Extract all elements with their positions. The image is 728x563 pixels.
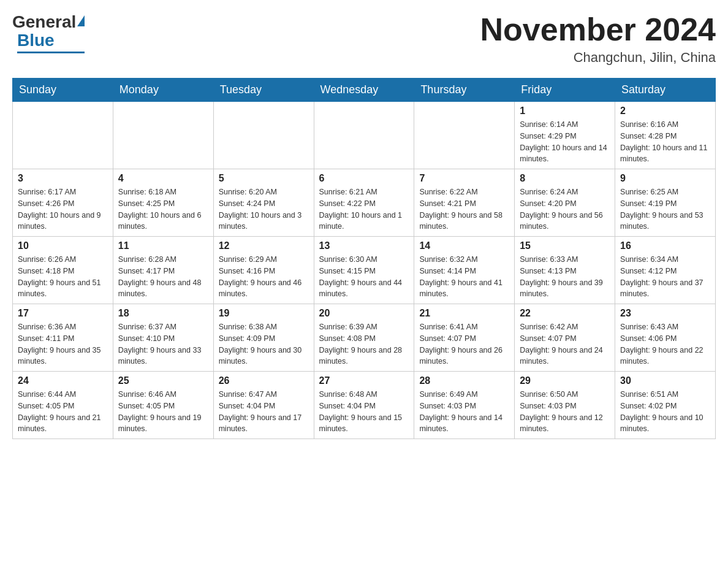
day-number: 16 xyxy=(620,240,710,251)
day-number: 17 xyxy=(18,308,108,319)
day-number: 6 xyxy=(319,173,409,184)
calendar-cell: 27Sunrise: 6:48 AMSunset: 4:04 PMDayligh… xyxy=(314,372,414,439)
day-info: Sunrise: 6:46 AMSunset: 4:05 PMDaylight:… xyxy=(118,389,208,435)
day-info: Sunrise: 6:16 AMSunset: 4:28 PMDaylight:… xyxy=(620,119,710,165)
calendar-cell: 9Sunrise: 6:25 AMSunset: 4:19 PMDaylight… xyxy=(615,169,716,237)
day-info: Sunrise: 6:26 AMSunset: 4:18 PMDaylight:… xyxy=(18,254,108,300)
calendar-cell: 14Sunrise: 6:32 AMSunset: 4:14 PMDayligh… xyxy=(414,237,515,304)
day-number: 9 xyxy=(620,173,710,184)
day-info: Sunrise: 6:51 AMSunset: 4:02 PMDaylight:… xyxy=(620,389,710,435)
calendar-cell xyxy=(414,102,515,169)
logo-general-text: General xyxy=(12,12,76,32)
day-info: Sunrise: 6:41 AMSunset: 4:07 PMDaylight:… xyxy=(419,321,509,367)
week-row-3: 10Sunrise: 6:26 AMSunset: 4:18 PMDayligh… xyxy=(13,237,716,304)
day-info: Sunrise: 6:39 AMSunset: 4:08 PMDaylight:… xyxy=(319,321,409,367)
calendar-cell: 19Sunrise: 6:38 AMSunset: 4:09 PMDayligh… xyxy=(213,304,314,372)
day-number: 5 xyxy=(219,173,309,184)
logo-triangle-icon xyxy=(77,15,85,26)
calendar-cell: 28Sunrise: 6:49 AMSunset: 4:03 PMDayligh… xyxy=(414,372,515,439)
day-info: Sunrise: 6:32 AMSunset: 4:14 PMDaylight:… xyxy=(419,254,509,300)
day-info: Sunrise: 6:21 AMSunset: 4:22 PMDaylight:… xyxy=(319,186,409,232)
calendar-cell xyxy=(13,102,113,169)
day-number: 14 xyxy=(419,240,509,251)
calendar-cell: 4Sunrise: 6:18 AMSunset: 4:25 PMDaylight… xyxy=(113,169,213,237)
day-number: 27 xyxy=(319,375,409,386)
day-number: 3 xyxy=(18,173,108,184)
day-number: 7 xyxy=(419,173,509,184)
day-number: 24 xyxy=(18,375,108,386)
calendar-cell: 26Sunrise: 6:47 AMSunset: 4:04 PMDayligh… xyxy=(213,372,314,439)
day-info: Sunrise: 6:38 AMSunset: 4:09 PMDaylight:… xyxy=(219,321,309,367)
day-number: 1 xyxy=(520,105,610,117)
calendar-cell: 16Sunrise: 6:34 AMSunset: 4:12 PMDayligh… xyxy=(615,237,716,304)
calendar-cell: 24Sunrise: 6:44 AMSunset: 4:05 PMDayligh… xyxy=(13,372,113,439)
day-info: Sunrise: 6:14 AMSunset: 4:29 PMDaylight:… xyxy=(520,119,610,165)
weekday-header-wednesday: Wednesday xyxy=(314,79,414,102)
weekday-header-monday: Monday xyxy=(113,79,213,102)
day-info: Sunrise: 6:47 AMSunset: 4:04 PMDaylight:… xyxy=(219,389,309,435)
calendar-cell: 18Sunrise: 6:37 AMSunset: 4:10 PMDayligh… xyxy=(113,304,213,372)
calendar-table: SundayMondayTuesdayWednesdayThursdayFrid… xyxy=(12,78,716,439)
day-number: 12 xyxy=(219,240,309,251)
calendar-cell xyxy=(213,102,314,169)
day-info: Sunrise: 6:22 AMSunset: 4:21 PMDaylight:… xyxy=(419,186,509,232)
calendar-cell xyxy=(314,102,414,169)
page-header: General Blue November 2024 Changchun, Ji… xyxy=(12,12,716,66)
weekday-header-sunday: Sunday xyxy=(13,79,113,102)
calendar-cell: 25Sunrise: 6:46 AMSunset: 4:05 PMDayligh… xyxy=(113,372,213,439)
day-info: Sunrise: 6:30 AMSunset: 4:15 PMDaylight:… xyxy=(319,254,409,300)
day-number: 11 xyxy=(118,240,208,251)
calendar-cell: 8Sunrise: 6:24 AMSunset: 4:20 PMDaylight… xyxy=(515,169,615,237)
day-number: 19 xyxy=(219,308,309,319)
day-number: 21 xyxy=(419,308,509,319)
day-number: 26 xyxy=(219,375,309,386)
calendar-cell: 11Sunrise: 6:28 AMSunset: 4:17 PMDayligh… xyxy=(113,237,213,304)
day-info: Sunrise: 6:33 AMSunset: 4:13 PMDaylight:… xyxy=(520,254,610,300)
day-number: 28 xyxy=(419,375,509,386)
calendar-cell: 2Sunrise: 6:16 AMSunset: 4:28 PMDaylight… xyxy=(615,102,716,169)
weekday-header-row: SundayMondayTuesdayWednesdayThursdayFrid… xyxy=(13,79,716,102)
day-number: 20 xyxy=(319,308,409,319)
calendar-cell: 3Sunrise: 6:17 AMSunset: 4:26 PMDaylight… xyxy=(13,169,113,237)
weekday-header-tuesday: Tuesday xyxy=(213,79,314,102)
day-info: Sunrise: 6:42 AMSunset: 4:07 PMDaylight:… xyxy=(520,321,610,367)
week-row-2: 3Sunrise: 6:17 AMSunset: 4:26 PMDaylight… xyxy=(13,169,716,237)
calendar-cell: 15Sunrise: 6:33 AMSunset: 4:13 PMDayligh… xyxy=(515,237,615,304)
calendar-cell: 7Sunrise: 6:22 AMSunset: 4:21 PMDaylight… xyxy=(414,169,515,237)
calendar-cell: 1Sunrise: 6:14 AMSunset: 4:29 PMDaylight… xyxy=(515,102,615,169)
day-number: 23 xyxy=(620,308,710,319)
day-info: Sunrise: 6:18 AMSunset: 4:25 PMDaylight:… xyxy=(118,186,208,232)
week-row-4: 17Sunrise: 6:36 AMSunset: 4:11 PMDayligh… xyxy=(13,304,716,372)
day-info: Sunrise: 6:34 AMSunset: 4:12 PMDaylight:… xyxy=(620,254,710,300)
day-info: Sunrise: 6:24 AMSunset: 4:20 PMDaylight:… xyxy=(520,186,610,232)
day-number: 22 xyxy=(520,308,610,319)
day-info: Sunrise: 6:43 AMSunset: 4:06 PMDaylight:… xyxy=(620,321,710,367)
calendar-cell: 30Sunrise: 6:51 AMSunset: 4:02 PMDayligh… xyxy=(615,372,716,439)
calendar-cell: 21Sunrise: 6:41 AMSunset: 4:07 PMDayligh… xyxy=(414,304,515,372)
month-title: November 2024 xyxy=(480,12,716,47)
day-number: 18 xyxy=(118,308,208,319)
day-number: 30 xyxy=(620,375,710,386)
calendar-cell: 20Sunrise: 6:39 AMSunset: 4:08 PMDayligh… xyxy=(314,304,414,372)
week-row-5: 24Sunrise: 6:44 AMSunset: 4:05 PMDayligh… xyxy=(13,372,716,439)
title-section: November 2024 Changchun, Jilin, China xyxy=(480,12,716,66)
day-number: 8 xyxy=(520,173,610,184)
calendar-cell: 13Sunrise: 6:30 AMSunset: 4:15 PMDayligh… xyxy=(314,237,414,304)
calendar-cell: 5Sunrise: 6:20 AMSunset: 4:24 PMDaylight… xyxy=(213,169,314,237)
week-row-1: 1Sunrise: 6:14 AMSunset: 4:29 PMDaylight… xyxy=(13,102,716,169)
day-number: 4 xyxy=(118,173,208,184)
day-info: Sunrise: 6:44 AMSunset: 4:05 PMDaylight:… xyxy=(18,389,108,435)
day-info: Sunrise: 6:25 AMSunset: 4:19 PMDaylight:… xyxy=(620,186,710,232)
calendar-cell: 22Sunrise: 6:42 AMSunset: 4:07 PMDayligh… xyxy=(515,304,615,372)
day-info: Sunrise: 6:28 AMSunset: 4:17 PMDaylight:… xyxy=(118,254,208,300)
calendar-cell: 23Sunrise: 6:43 AMSunset: 4:06 PMDayligh… xyxy=(615,304,716,372)
weekday-header-thursday: Thursday xyxy=(414,79,515,102)
day-number: 29 xyxy=(520,375,610,386)
day-number: 13 xyxy=(319,240,409,251)
day-info: Sunrise: 6:48 AMSunset: 4:04 PMDaylight:… xyxy=(319,389,409,435)
day-info: Sunrise: 6:29 AMSunset: 4:16 PMDaylight:… xyxy=(219,254,309,300)
calendar-cell: 12Sunrise: 6:29 AMSunset: 4:16 PMDayligh… xyxy=(213,237,314,304)
calendar-cell: 6Sunrise: 6:21 AMSunset: 4:22 PMDaylight… xyxy=(314,169,414,237)
day-number: 15 xyxy=(520,240,610,251)
logo: General Blue xyxy=(12,12,85,53)
